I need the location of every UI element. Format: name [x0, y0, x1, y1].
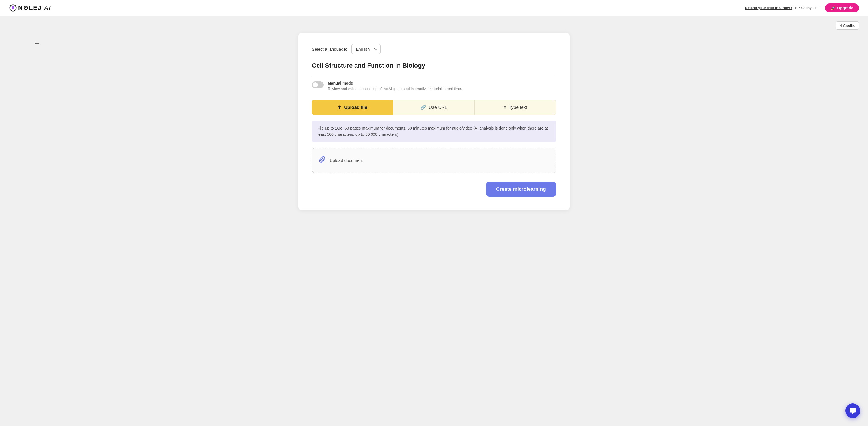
rocket-icon: 🚀 — [831, 6, 836, 10]
toggle-text: Manual mode Review and validate each ste… — [328, 81, 462, 91]
trial-days: -19562 days left — [793, 6, 820, 10]
svg-point-2 — [12, 5, 13, 6]
page-title: Cell Structure and Function in Biology — [312, 62, 556, 75]
create-btn-row: Create microlearning — [312, 182, 556, 196]
list-icon: ≡ — [503, 105, 506, 110]
language-label: Select a language: — [312, 47, 347, 52]
main-content: Select a language: English French Spanis… — [0, 16, 868, 227]
link-icon: 🔗 — [421, 105, 426, 110]
info-box: File up to 1Go, 50 pages maximum for doc… — [312, 121, 556, 142]
chat-bubble[interactable] — [845, 403, 860, 418]
manual-mode-desc: Review and validate each step of the AI-… — [328, 87, 462, 91]
tab-upload-file[interactable]: ⬆ Upload file — [312, 100, 393, 115]
logo-wordmark: N⊙LEJ AI — [18, 4, 51, 11]
trial-text: Extend your free trial now ! -19562 days… — [745, 6, 819, 10]
chat-icon — [849, 407, 857, 415]
tab-type-text[interactable]: ≡ Type text — [475, 100, 556, 115]
upload-area[interactable]: Upload document — [312, 148, 556, 173]
create-microlearning-button[interactable]: Create microlearning — [486, 182, 556, 196]
manual-mode-title: Manual mode — [328, 81, 462, 85]
manual-mode-toggle[interactable] — [312, 82, 324, 88]
header-right: Extend your free trial now ! -19562 days… — [745, 3, 859, 12]
credits-badge: 4 Credits — [836, 22, 859, 30]
upload-area-text: Upload document — [330, 158, 363, 163]
header: N⊙LEJ AI Extend your free trial now ! -1… — [0, 0, 868, 16]
toggle-slider — [312, 82, 324, 88]
upload-icon: ⬆ — [338, 105, 341, 110]
upload-tabs: ⬆ Upload file 🔗 Use URL ≡ Type text — [312, 100, 556, 115]
tab-use-url[interactable]: 🔗 Use URL — [393, 100, 474, 115]
language-select[interactable]: English French Spanish German — [351, 44, 380, 54]
manual-mode-row: Manual mode Review and validate each ste… — [312, 81, 556, 91]
trial-link[interactable]: Extend your free trial now ! — [745, 6, 792, 10]
card: Select a language: English French Spanis… — [298, 33, 570, 210]
upgrade-button[interactable]: 🚀 Upgrade — [825, 3, 859, 12]
logo: N⊙LEJ AI — [9, 4, 51, 12]
svg-point-1 — [12, 6, 14, 9]
language-row: Select a language: English French Spanis… — [312, 44, 556, 54]
logo-icon — [9, 4, 17, 12]
paperclip-icon — [319, 156, 326, 164]
back-button[interactable]: ← — [34, 40, 40, 47]
